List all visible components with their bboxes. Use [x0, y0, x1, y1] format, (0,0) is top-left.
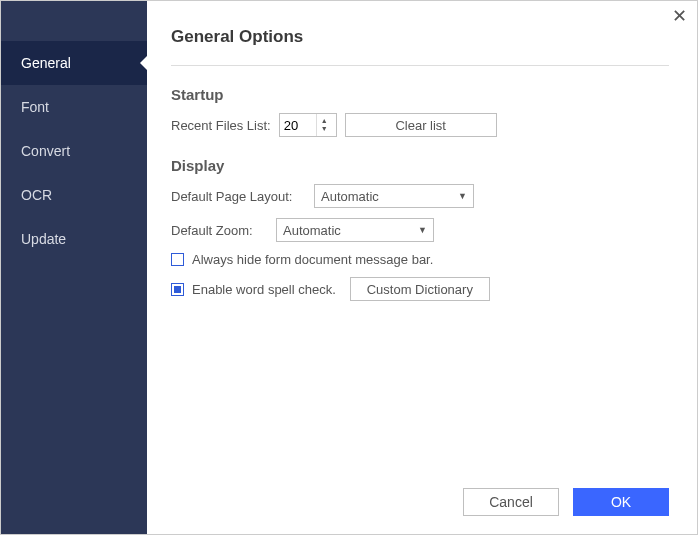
display-heading: Display — [171, 157, 669, 174]
options-dialog: ✕ General Font Convert OCR Update Genera… — [0, 0, 698, 535]
sidebar-item-label: General — [21, 55, 71, 71]
dialog-footer: Cancel OK — [171, 472, 669, 516]
recent-files-input[interactable] — [280, 114, 316, 136]
spinner-up-icon[interactable]: ▲ — [317, 117, 332, 125]
sidebar-item-label: Update — [21, 231, 66, 247]
cancel-label: Cancel — [489, 494, 533, 510]
sidebar-item-convert[interactable]: Convert — [1, 129, 147, 173]
hide-form-label: Always hide form document message bar. — [192, 252, 433, 267]
sidebar-item-label: Font — [21, 99, 49, 115]
sidebar-item-label: Convert — [21, 143, 70, 159]
recent-files-label: Recent Files List: — [171, 118, 271, 133]
recent-files-row: Recent Files List: ▲ ▼ Clear list — [171, 113, 669, 137]
close-icon: ✕ — [672, 6, 687, 26]
custom-dictionary-button[interactable]: Custom Dictionary — [350, 277, 490, 301]
hide-form-checkbox[interactable] — [171, 253, 184, 266]
spell-check-label: Enable word spell check. — [192, 282, 336, 297]
sidebar-item-general[interactable]: General — [1, 41, 147, 85]
sidebar-item-update[interactable]: Update — [1, 217, 147, 261]
sidebar: General Font Convert OCR Update — [1, 1, 147, 534]
ok-label: OK — [611, 494, 631, 510]
zoom-row: Default Zoom: Automatic ▼ — [171, 218, 669, 242]
sidebar-item-label: OCR — [21, 187, 52, 203]
layout-select[interactable]: Automatic ▼ — [314, 184, 474, 208]
spell-check-row: Enable word spell check. Custom Dictiona… — [171, 277, 669, 301]
zoom-value: Automatic — [283, 223, 341, 238]
startup-heading: Startup — [171, 86, 669, 103]
layout-row: Default Page Layout: Automatic ▼ — [171, 184, 669, 208]
clear-list-button[interactable]: Clear list — [345, 113, 497, 137]
zoom-select[interactable]: Automatic ▼ — [276, 218, 434, 242]
layout-value: Automatic — [321, 189, 379, 204]
ok-button[interactable]: OK — [573, 488, 669, 516]
close-button[interactable]: ✕ — [672, 7, 687, 25]
recent-files-spinner[interactable]: ▲ ▼ — [279, 113, 337, 137]
chevron-down-icon: ▼ — [458, 191, 467, 201]
sidebar-item-font[interactable]: Font — [1, 85, 147, 129]
zoom-label: Default Zoom: — [171, 223, 268, 238]
cancel-button[interactable]: Cancel — [463, 488, 559, 516]
main-panel: General Options Startup Recent Files Lis… — [147, 1, 697, 534]
spinner-arrows: ▲ ▼ — [316, 114, 332, 136]
layout-label: Default Page Layout: — [171, 189, 306, 204]
spinner-down-icon[interactable]: ▼ — [317, 125, 332, 133]
hide-form-row: Always hide form document message bar. — [171, 252, 669, 267]
clear-list-label: Clear list — [395, 118, 446, 133]
page-title: General Options — [171, 27, 669, 47]
spell-check-checkbox[interactable] — [171, 283, 184, 296]
chevron-down-icon: ▼ — [418, 225, 427, 235]
sidebar-item-ocr[interactable]: OCR — [1, 173, 147, 217]
custom-dictionary-label: Custom Dictionary — [367, 282, 473, 297]
divider — [171, 65, 669, 66]
